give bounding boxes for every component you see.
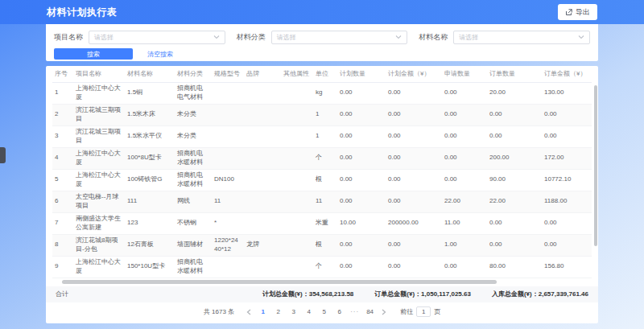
table-cell: 0.00 [386,256,442,278]
table-cell: 0.00 [442,147,487,169]
filter-label: 材料名称 [419,32,448,43]
table-cell: 0.00 [442,169,487,191]
table-cell: 4 [52,147,73,169]
table-cell: 100铸铁管G [125,169,175,191]
vertical-scrollbar-thumb[interactable] [594,85,597,246]
filter-row: 项目名称请选择材料分类请选择材料名称请选择 [54,29,590,45]
table-cell [244,169,281,191]
table-cell: 0.00 [487,104,542,125]
total-item-1: 订单总金额(¥)：1,050,117,025.63 [374,290,471,298]
table-cell: 1220*2440*12 [212,234,244,256]
table-cell: 0.00 [542,104,592,125]
clear-search-link[interactable]: 清空搜索 [147,50,173,59]
table-cell: 150*10U型卡 [125,256,175,278]
total-label: 计划总金额(¥)： [262,290,309,298]
table-cell: 0.00 [386,169,442,191]
table-row: 5上海松江中心大厦100铸铁管G招商机电 水暖材料DN100根0.000.000… [52,169,592,191]
table-cell: 招商机电 水暖材料 [175,169,212,191]
table-cell: 9 [52,256,73,278]
filter-actions: 搜索 清空搜索 [54,48,590,60]
select-placeholder: 请选择 [459,33,578,42]
table-cell: 0.00 [442,104,487,125]
export-button[interactable]: 导出 [558,4,597,20]
table-cell: 1 [52,82,73,104]
table-row: 1上海松江中心大厦1.5铜招商机电 电气材料kg0.000.000.0020.0… [52,82,592,104]
table-cell: 11.00 [442,212,487,234]
table-cell: 太空电梯--月球项目 [73,191,125,212]
table-cell: 龙牌 [244,234,281,256]
page-button-2[interactable]: 2 [272,306,284,318]
table-cell: 招商机电 水暖材料 [175,256,212,278]
select-placeholder: 请选择 [277,33,396,42]
total-value: 354,568,213.58 [309,290,354,298]
table-cell: 招商机电 水暖材料 [175,147,212,169]
table-cell: 墙面辅材 [175,234,212,256]
sidebar-collapse-handle[interactable] [0,147,6,163]
table-cell: * [212,212,244,234]
table-row: 8滨江花城8期项目-分包12石膏板墙面辅材1220*2440*12龙牌根0.00… [52,234,592,256]
table-cell: 90.00 [487,169,542,191]
search-button[interactable]: 搜索 [54,48,133,60]
page-button-4[interactable]: 4 [303,306,315,318]
table-cell: 22.00 [442,191,487,212]
table-cell: 0.00 [542,234,592,256]
table-cell: 滨江花城三期项目 [73,125,125,147]
horizontal-scrollbar-thumb[interactable] [62,280,497,284]
table-cell [244,82,281,104]
table-cell: 0.00 [337,104,386,125]
table-cell: 0.00 [337,169,386,191]
table-cell [212,82,244,104]
page-button-6[interactable]: 6 [333,306,345,318]
page-button-5[interactable]: 5 [318,306,330,318]
prev-page-button[interactable] [244,306,254,318]
table-cell: 10772.10 [542,169,592,191]
page-button-84[interactable]: 84 [364,306,376,318]
table-cell: 网线 [175,191,212,212]
table-row: 7南侧盛达大学生公寓新建123不锈钢*米重10.00200000.0011.00… [52,212,592,234]
table-cell: 滨江花城三期项目 [73,104,125,125]
next-page-button[interactable] [379,306,389,318]
table-cell: 0.00 [386,147,442,169]
table-cell: 1 [313,104,337,125]
table-cell: 上海松江中心大厦 [73,256,125,278]
table-cell: 172.00 [542,147,592,169]
column-header: 品牌 [244,66,281,82]
total-label: 入库总金额(¥)： [492,290,539,298]
table-cell: 0.00 [487,212,542,234]
column-header: 订单金额（¥） [542,66,592,82]
table-header-row: 序号项目名称材料名称材料分类规格型号品牌其他属性单位计划数量计划金额（¥）申请数… [52,66,592,82]
table-cell: 1.00 [442,234,487,256]
table-cell [244,212,281,234]
table-cell: 0.00 [442,256,487,278]
select-placeholder: 请选择 [94,33,213,42]
page-buttons: 123456···84 [257,306,376,318]
table-cell: 1188.00 [542,191,592,212]
filter-select-0[interactable]: 请选择 [89,31,225,44]
table-cell: 200.00 [487,147,542,169]
table-cell: 根 [313,234,337,256]
table-cell: 7 [52,212,73,234]
table-cell [244,125,281,147]
table-cell: 1.5米木床 [125,104,175,125]
page-button-3[interactable]: 3 [287,306,299,318]
table-cell [281,212,313,234]
table-cell: 0.00 [386,234,442,256]
table-cell: 0.00 [442,82,487,104]
table-cell: 0.00 [386,82,442,104]
page-button-1[interactable]: 1 [257,306,269,318]
chevron-down-icon [395,35,402,39]
table-cell: 上海松江中心大厦 [73,82,125,104]
table-row: 2滨江花城三期项目1.5米木床未分类10.000.000.000.000.00 [52,104,592,125]
table-cell: 0.00 [487,125,542,147]
goto-page-input[interactable] [416,306,431,317]
table-cell: DN100 [212,169,244,191]
table-cell [281,169,313,191]
table-cell: 5 [52,169,73,191]
table-cell: 11 [313,191,337,212]
filter-select-2[interactable]: 请选择 [453,31,590,44]
filter-select-1[interactable]: 请选择 [271,31,408,44]
table-cell: 0.00 [337,125,386,147]
summary-label: 合计 [56,290,68,298]
chevron-down-icon [213,35,220,39]
table-cell: 未分类 [175,125,212,147]
